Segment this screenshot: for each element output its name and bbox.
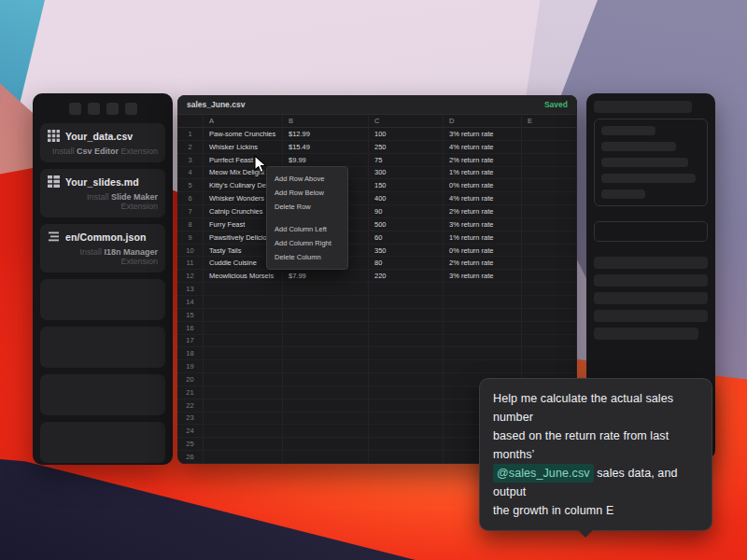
cell-b22[interactable] — [283, 399, 369, 412]
menu-item-delete-column[interactable]: Delete Column — [267, 250, 347, 264]
cell-c24[interactable] — [369, 425, 444, 437]
cell-a26[interactable] — [204, 451, 283, 463]
cell-d10[interactable]: 0% return rate — [444, 245, 522, 257]
cell-c11[interactable]: 80 — [369, 257, 444, 269]
row-number[interactable]: 24 — [177, 425, 204, 437]
menu-item-delete-row[interactable]: Delete Row — [267, 200, 347, 214]
cell-a24[interactable] — [204, 425, 283, 437]
row-number[interactable]: 18 — [177, 347, 204, 359]
cell-d8[interactable]: 3% return rate — [444, 218, 522, 231]
cell-c18[interactable] — [369, 347, 444, 359]
cell-a16[interactable] — [204, 322, 283, 334]
row-number[interactable]: 17 — [177, 335, 204, 347]
row-number[interactable]: 13 — [177, 283, 204, 295]
cell-b19[interactable] — [283, 360, 369, 372]
cell-c4[interactable]: 300 — [369, 167, 444, 179]
cell-c6[interactable]: 400 — [369, 192, 444, 204]
cell-a21[interactable] — [204, 386, 283, 399]
row-number[interactable]: 19 — [177, 360, 204, 372]
row-number[interactable]: 9 — [177, 231, 204, 244]
cell-d18[interactable] — [444, 347, 522, 359]
cell-e15[interactable] — [522, 309, 577, 321]
cell-a12[interactable]: Meowlicious Morsels — [204, 270, 283, 282]
cell-b24[interactable] — [283, 425, 369, 437]
cell-e9[interactable] — [522, 231, 577, 244]
cell-e6[interactable] — [522, 192, 577, 204]
cell-d17[interactable] — [444, 335, 522, 347]
cell-b3[interactable]: $9.99 — [283, 154, 369, 166]
cell-d6[interactable]: 4% return rate — [444, 192, 522, 204]
cell-a19[interactable] — [204, 360, 283, 372]
row-number[interactable]: 11 — [177, 257, 204, 269]
cell-c10[interactable]: 350 — [369, 245, 444, 257]
column-header-d[interactable]: D — [444, 115, 522, 128]
cell-e14[interactable] — [522, 296, 577, 308]
cell-e2[interactable] — [522, 141, 577, 153]
sidebar-tab-placeholder[interactable] — [106, 103, 119, 115]
sidebar-file-card[interactable]: Your_data.csvInstall Csv Editor Extensio… — [40, 123, 165, 162]
cell-b25[interactable] — [283, 438, 369, 450]
cell-e3[interactable] — [522, 154, 577, 166]
cell-b26[interactable] — [283, 451, 369, 463]
cell-d5[interactable]: 0% return rate — [444, 179, 522, 191]
column-header-c[interactable]: C — [369, 115, 444, 128]
column-header-e[interactable]: E — [522, 115, 577, 128]
cell-c26[interactable] — [369, 451, 444, 463]
cell-b2[interactable]: $15.49 — [283, 141, 369, 153]
cell-a1[interactable]: Paw-some Crunchies — [204, 128, 283, 140]
menu-item-add-column-right[interactable]: Add Column Right — [267, 236, 347, 250]
cell-c2[interactable]: 250 — [369, 141, 444, 153]
row-number[interactable]: 1 — [177, 128, 204, 140]
cell-a18[interactable] — [204, 347, 283, 359]
column-header-a[interactable]: A — [204, 115, 283, 128]
row-number[interactable]: 15 — [177, 309, 204, 321]
row-number[interactable]: 4 — [177, 167, 204, 179]
menu-item-add-row-above[interactable]: Add Row Above — [267, 172, 347, 186]
cell-c22[interactable] — [369, 399, 444, 412]
sidebar-file-card[interactable]: en/Common.jsonInstall I18n Manager Exten… — [40, 224, 165, 273]
row-number[interactable]: 8 — [177, 218, 204, 231]
cell-c21[interactable] — [369, 386, 444, 399]
cell-a22[interactable] — [204, 399, 283, 412]
cell-b21[interactable] — [283, 386, 369, 399]
menu-item-add-row-below[interactable]: Add Row Below — [267, 186, 347, 200]
column-header-b[interactable]: B — [283, 115, 369, 128]
cell-c3[interactable]: 75 — [369, 154, 444, 166]
cell-b17[interactable] — [283, 335, 369, 347]
cell-c15[interactable] — [369, 309, 444, 321]
cell-e1[interactable] — [522, 128, 577, 140]
cell-d13[interactable] — [444, 283, 522, 295]
cell-c1[interactable]: 100 — [369, 128, 444, 140]
row-number[interactable]: 2 — [177, 141, 204, 153]
cell-c25[interactable] — [369, 438, 444, 450]
cell-e8[interactable] — [522, 218, 577, 231]
cell-c20[interactable] — [369, 373, 444, 385]
cell-d1[interactable]: 3% return rate — [444, 128, 522, 140]
cell-b12[interactable]: $7.99 — [283, 270, 369, 282]
cell-b23[interactable] — [283, 413, 369, 425]
row-number[interactable]: 23 — [177, 413, 204, 425]
cell-c16[interactable] — [369, 322, 444, 334]
cell-d12[interactable]: 3% return rate — [444, 270, 522, 282]
cell-d15[interactable] — [444, 309, 522, 321]
cell-a14[interactable] — [204, 296, 283, 308]
cell-c8[interactable]: 500 — [369, 218, 444, 231]
cell-d9[interactable]: 1% return rate — [444, 231, 522, 244]
row-number[interactable]: 25 — [177, 438, 204, 450]
cell-d3[interactable]: 2% return rate — [444, 154, 522, 166]
cell-d4[interactable]: 1% return rate — [444, 167, 522, 179]
cell-c17[interactable] — [369, 335, 444, 347]
sidebar-empty-card[interactable] — [40, 327, 165, 368]
cell-c13[interactable] — [369, 283, 444, 295]
cell-d16[interactable] — [444, 322, 522, 334]
cell-e4[interactable] — [522, 167, 577, 179]
cell-d11[interactable]: 2% return rate — [444, 257, 522, 269]
cell-c7[interactable]: 90 — [369, 205, 444, 217]
cell-a3[interactable]: Purrfect Feast — [204, 154, 283, 166]
cell-c14[interactable] — [369, 296, 444, 308]
cell-b14[interactable] — [283, 296, 369, 308]
row-number[interactable]: 5 — [177, 179, 204, 191]
cell-a17[interactable] — [204, 335, 283, 347]
cell-c5[interactable]: 150 — [369, 179, 444, 191]
cell-e10[interactable] — [522, 245, 577, 257]
